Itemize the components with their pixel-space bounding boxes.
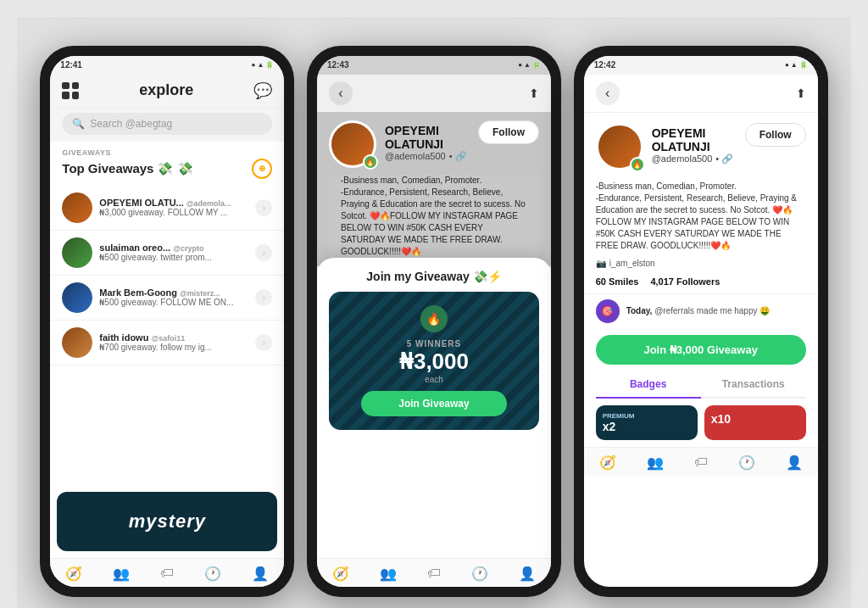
each-label: each bbox=[342, 375, 526, 384]
p2-avatar-wrap: 🔥 bbox=[329, 120, 376, 168]
time-3: 12:42 bbox=[594, 60, 616, 70]
nav-tag-icon[interactable]: 🏷 bbox=[160, 566, 174, 581]
chevron-icon-4[interactable]: › bbox=[255, 334, 272, 351]
p2-badge-icon: 🔥 bbox=[363, 154, 378, 170]
tab-badges[interactable]: Badges bbox=[596, 371, 701, 399]
p3-profile-name: OPEYEMI OLATUNJI bbox=[652, 126, 737, 153]
signal-icon-2: ● bbox=[518, 61, 522, 69]
nav-profile-icon-3[interactable]: 👤 bbox=[786, 455, 803, 471]
nav-clock-icon-2[interactable]: 🕐 bbox=[471, 566, 488, 582]
item-text-4: faith idowu @safoi11 ₦700 giveaway. foll… bbox=[99, 332, 248, 352]
signal-icon-3: ● bbox=[785, 61, 789, 69]
p3-badges-area: PREMIUM x2 x10 bbox=[584, 399, 818, 447]
avatar-2 bbox=[62, 237, 92, 268]
bottom-nav-1: 🧭 👥 🏷 🕐 👤 bbox=[50, 558, 284, 587]
list-item[interactable]: sulaiman oreo... @crypto ₦500 giveaway. … bbox=[50, 231, 284, 276]
share-button-3[interactable]: ⬆ bbox=[796, 86, 806, 100]
avatar-3 bbox=[62, 282, 92, 313]
avatar-1 bbox=[62, 192, 92, 223]
p3-name-area: OPEYEMI OLATUNJI @ademola500 • 🔗 bbox=[652, 123, 737, 165]
p1-header: explore 💬 bbox=[50, 75, 284, 108]
signal-icon: ● bbox=[252, 61, 256, 69]
p3-today-section: 🎯 Today, @referrals made me happy 🤑 bbox=[584, 293, 818, 328]
nav-explore-icon-2[interactable]: 🧭 bbox=[332, 566, 349, 582]
mystery-text: mystery bbox=[129, 510, 206, 533]
item-name-1: OPEYEMI OLATU... @ademola... bbox=[99, 198, 248, 208]
p3-stats: 60 Smiles 4,017 Followers bbox=[584, 273, 818, 293]
item-text-1: OPEYEMI OLATU... @ademola... ₦3,000 give… bbox=[99, 198, 248, 217]
mystery-banner[interactable]: mystery bbox=[57, 492, 277, 551]
list-item[interactable]: faith idowu @safoi11 ₦700 giveaway. foll… bbox=[50, 321, 284, 365]
p3-badge-icon: 🔥 bbox=[630, 157, 645, 172]
chevron-icon-3[interactable]: › bbox=[255, 289, 272, 306]
search-icon: 🔍 bbox=[72, 118, 85, 130]
join-giveaway-button-3[interactable]: Join ₦3,000 Giveaway bbox=[596, 335, 806, 365]
nav-tag-icon-2[interactable]: 🏷 bbox=[427, 566, 441, 581]
wifi-icon-3: ▲ bbox=[791, 61, 798, 69]
chevron-icon-1[interactable]: › bbox=[255, 199, 272, 216]
today-text: Today, @referrals made me happy 🤑 bbox=[626, 306, 771, 315]
phone-2: 12:43 ● ▲ 🔋 ‹ ⬆ 🔥 bbox=[307, 46, 561, 597]
verified-icon-3: • 🔗 bbox=[715, 153, 733, 165]
battery-icon-2: 🔋 bbox=[532, 61, 541, 69]
bottom-nav-2: 🧭 👥 🏷 🕐 👤 bbox=[317, 558, 551, 587]
instagram-icon: 📷 bbox=[596, 259, 606, 268]
smiles-stat: 60 Smiles bbox=[596, 276, 639, 287]
nav-people-icon-3[interactable]: 👥 bbox=[647, 455, 664, 471]
item-sub-4: ₦700 giveaway. follow my ig... bbox=[99, 343, 248, 352]
giveaway-card: 🔥 5 WINNERS ₦3,000 each Join Giveaway bbox=[329, 292, 539, 430]
nav-people-icon[interactable]: 👥 bbox=[113, 566, 130, 582]
chat-icon[interactable]: 💬 bbox=[253, 81, 272, 100]
p2-profile-area: 🔥 OPEYEMI OLATUNJI @ademola500 • 🔗 Follo… bbox=[317, 112, 551, 266]
naruto-icon: ⊕ bbox=[252, 159, 272, 179]
chevron-icon-2[interactable]: › bbox=[255, 244, 272, 261]
referral-icon: 🎯 bbox=[596, 299, 620, 323]
badge-red: x10 bbox=[704, 405, 806, 440]
join-giveaway-button[interactable]: Join Giveaway bbox=[361, 391, 508, 416]
p3-bio: -Business man, Comedian, Promoter. -Endu… bbox=[584, 181, 818, 257]
grid-icon[interactable] bbox=[62, 82, 79, 99]
giveaway-amount: ₦3,000 bbox=[342, 349, 526, 375]
list-item[interactable]: OPEYEMI OLATU... @ademola... ₦3,000 give… bbox=[50, 186, 284, 231]
nav-people-icon-2[interactable]: 👥 bbox=[380, 566, 397, 582]
search-placeholder: Search @abegtag bbox=[90, 118, 172, 130]
item-name-3: Mark Bem-Goong @misterz... bbox=[99, 287, 248, 298]
battery-icon-3: 🔋 bbox=[799, 61, 808, 69]
time-1: 12:41 bbox=[60, 60, 82, 70]
nav-explore-icon-3[interactable]: 🧭 bbox=[599, 455, 616, 471]
nav-clock-icon[interactable]: 🕐 bbox=[204, 566, 221, 582]
p3-avatar-wrap: 🔥 bbox=[596, 123, 643, 170]
status-icons-2: ● ▲ 🔋 bbox=[518, 61, 541, 69]
tab-transactions[interactable]: Transactions bbox=[701, 371, 806, 397]
nav-clock-icon-3[interactable]: 🕐 bbox=[738, 455, 755, 471]
back-button-3[interactable]: ‹ bbox=[596, 81, 620, 105]
follow-button-2[interactable]: Follow bbox=[478, 120, 539, 144]
list-item[interactable]: Mark Bem-Goong @misterz... ₦500 giveaway… bbox=[50, 276, 284, 321]
item-sub-1: ₦3,000 giveaway. FOLLOW MY ... bbox=[99, 208, 248, 217]
item-text-3: Mark Bem-Goong @misterz... ₦500 giveaway… bbox=[99, 287, 248, 307]
nav-tag-icon-3[interactable]: 🏷 bbox=[694, 455, 708, 470]
fire-icon: 🔥 bbox=[420, 305, 448, 332]
section-label: GIVEAWAYS bbox=[50, 142, 284, 159]
item-text-2: sulaiman oreo... @crypto ₦500 giveaway. … bbox=[99, 243, 248, 262]
p2-topbar: ‹ ⬆ bbox=[317, 75, 551, 112]
search-box[interactable]: 🔍 Search @abegtag bbox=[62, 113, 272, 135]
back-button[interactable]: ‹ bbox=[329, 81, 353, 105]
status-icons-1: ● ▲ 🔋 bbox=[252, 61, 275, 69]
p3-instagram[interactable]: 📷 i_am_elston bbox=[584, 257, 818, 273]
giveaway-list: OPEYEMI OLATU... @ademola... ₦3,000 give… bbox=[50, 186, 284, 485]
nav-profile-icon-2[interactable]: 👤 bbox=[519, 566, 536, 582]
p3-profile-area: 🔥 OPEYEMI OLATUNJI @ademola500 • 🔗 Follo… bbox=[584, 113, 818, 181]
phone-1: 12:41 ● ▲ 🔋 explore 💬 🔍 Search bbox=[40, 46, 294, 597]
item-name-2: sulaiman oreo... @crypto bbox=[99, 243, 248, 253]
nav-explore-icon[interactable]: 🧭 bbox=[65, 566, 82, 582]
nav-profile-icon[interactable]: 👤 bbox=[252, 566, 269, 582]
time-2: 12:43 bbox=[327, 60, 349, 70]
share-button[interactable]: ⬆ bbox=[529, 86, 539, 100]
p2-modal: Join my Giveaway 💸⚡ 🔥 5 WINNERS ₦3,000 e… bbox=[317, 258, 551, 558]
p3-topbar: ‹ ⬆ bbox=[584, 75, 818, 113]
item-name-4: faith idowu @safoi11 bbox=[99, 332, 248, 343]
follow-button-3[interactable]: Follow bbox=[745, 123, 806, 147]
p3-handle: @ademola500 • 🔗 bbox=[652, 153, 737, 165]
status-bar-2: 12:43 ● ▲ 🔋 bbox=[317, 56, 551, 75]
